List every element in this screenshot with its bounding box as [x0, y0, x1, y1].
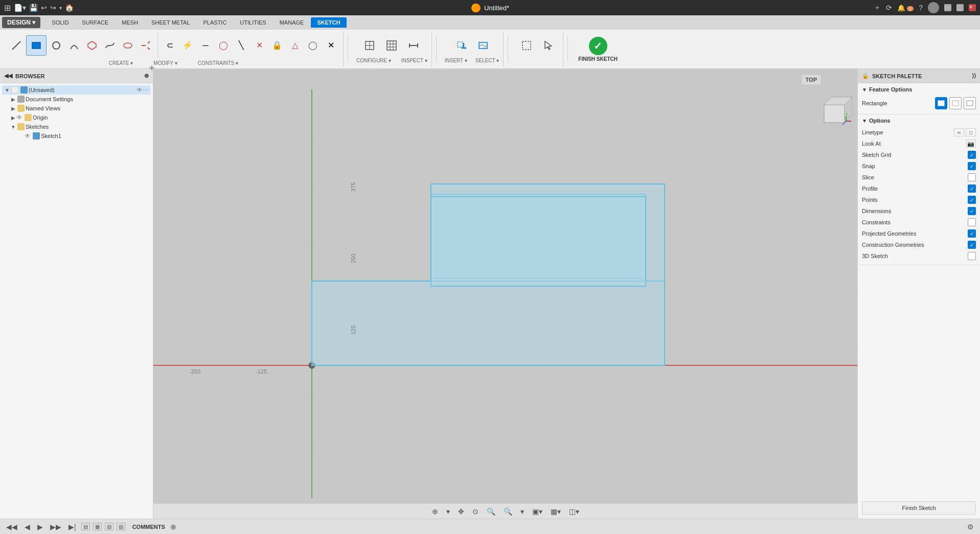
offset-tool-btn[interactable]: ⚡ — [179, 37, 196, 54]
rect-option-center-btn[interactable] — [949, 97, 962, 109]
dimensions-checkbox[interactable] — [968, 207, 976, 215]
construction-geo-checkbox[interactable] — [968, 241, 976, 249]
user-avatar[interactable] — [928, 2, 939, 13]
display-mode-btn[interactable]: ▣▾ — [530, 507, 544, 516]
doc-settings-expand[interactable]: ▶ — [10, 96, 16, 102]
orbit-icon[interactable]: ⊕ — [430, 507, 440, 516]
tab-sketch[interactable]: SKETCH — [311, 17, 346, 28]
polygon-tool-btn[interactable] — [84, 37, 100, 54]
tab-surface[interactable]: SURFACE — [76, 17, 115, 28]
strip-btn[interactable]: ▧ — [105, 523, 113, 530]
lock-btn[interactable]: 🔒 — [269, 37, 285, 54]
play-btn[interactable]: ▶ — [35, 523, 45, 531]
canvas-area[interactable]: 375 250 125 -250 -125 TOP X Y — [153, 69, 857, 519]
prev-frame-btn[interactable]: ◀◀ — [4, 523, 19, 531]
browser-back-icon[interactable]: ◀◀ — [4, 73, 12, 79]
expand-panel-icon[interactable]: ⟩⟩ — [972, 73, 976, 79]
sketch-line-btn[interactable]: ─ — [197, 37, 214, 54]
viewport-label-top[interactable]: TOP — [801, 74, 822, 85]
tab-mesh[interactable]: MESH — [116, 17, 144, 28]
browser-item-origin[interactable]: ▶ 👁 Origin — [2, 113, 151, 122]
add-tab-icon[interactable]: ＋ — [874, 3, 881, 12]
root-eye-icon[interactable]: 👁 — [136, 86, 143, 94]
settings-gear-icon[interactable]: ⚙ — [965, 523, 976, 531]
pan-icon[interactable]: ✥ — [456, 507, 466, 516]
big-circle-btn[interactable]: ◯ — [305, 37, 321, 54]
mark-in-btn[interactable]: ▤ — [81, 523, 90, 530]
save-icon[interactable]: 💾 — [29, 4, 38, 12]
mark-out-btn[interactable]: ▦ — [93, 523, 102, 530]
tab-manage[interactable]: MANAGE — [274, 17, 310, 28]
grid-display-btn[interactable]: ▦▾ — [549, 507, 563, 516]
points-checkbox[interactable] — [968, 196, 976, 204]
snap-checkbox[interactable] — [968, 162, 976, 170]
look-at-btn[interactable]: 📷 — [966, 140, 976, 148]
sketches-expand[interactable]: ▼ — [10, 124, 16, 130]
prev-btn[interactable]: ◀ — [22, 523, 32, 531]
slice-checkbox[interactable] — [968, 173, 976, 181]
browser-item-named-views[interactable]: ▶ Named Views — [2, 104, 151, 113]
ellipse-tool-btn[interactable] — [120, 37, 136, 54]
undo-dropdown-icon[interactable]: ▾ — [59, 5, 62, 11]
zoom-in-icon[interactable]: 🔍 — [485, 507, 497, 516]
point-btn[interactable]: ✕ — [323, 37, 339, 54]
profile-checkbox[interactable] — [968, 184, 976, 193]
configure-table-btn[interactable] — [381, 35, 402, 56]
rectangle-tool-btn[interactable] — [26, 35, 47, 56]
insert-btn1[interactable] — [451, 35, 471, 56]
select-box-btn[interactable] — [516, 35, 537, 56]
sketch-circle-btn2[interactable]: ◯ — [215, 37, 232, 54]
constraints-checkbox[interactable] — [968, 218, 976, 226]
triangle-btn[interactable]: △ — [287, 37, 303, 54]
browser-item-sketch1[interactable]: ▶ 👁 Sketch1 — [2, 131, 151, 141]
arc-tool-btn[interactable] — [66, 37, 82, 54]
feature-options-header[interactable]: ▼ Feature Options — [862, 86, 976, 92]
undo-icon[interactable]: ↩ — [41, 4, 47, 12]
diagonal-line-btn[interactable]: ╲ — [233, 37, 249, 54]
rect-option-3point-btn[interactable] — [964, 97, 976, 109]
configure-btn1[interactable] — [359, 35, 380, 56]
app-grid-icon[interactable]: ⊞ — [4, 3, 11, 13]
configure-measure-btn[interactable] — [403, 35, 424, 56]
zoom-btn[interactable]: ▾ — [518, 507, 526, 516]
linetype-right-btn[interactable]: □ — [966, 128, 976, 136]
tab-utilities[interactable]: UTILITIES — [234, 17, 272, 28]
minimize-btn[interactable]: — — [944, 4, 951, 11]
design-button[interactable]: DESIGN ▾ — [2, 17, 40, 28]
settings-display-btn[interactable]: ◫▾ — [567, 507, 581, 516]
spline-tool-btn[interactable] — [102, 37, 118, 54]
maximize-btn[interactable]: □ — [956, 4, 964, 11]
rect-option-filled-btn[interactable] — [935, 97, 947, 109]
origin-eye-icon[interactable]: 👁 — [16, 114, 22, 121]
next-btn[interactable]: ▶▶ — [48, 523, 63, 531]
finish-sketch-panel-btn[interactable]: Finish Sketch — [862, 501, 976, 515]
zoom-out-icon[interactable]: 🔍 — [502, 507, 514, 516]
browser-item-sketches[interactable]: ▼ Sketches — [2, 122, 151, 131]
view-cube[interactable]: X Y Z — [822, 95, 852, 125]
mirror-tool-btn[interactable]: ⊂ — [162, 37, 178, 54]
cross-btn[interactable]: ✕ — [251, 37, 267, 54]
browser-item-doc-settings[interactable]: ▶ Document Settings — [2, 95, 151, 104]
root-expand-icon[interactable]: ▼ — [4, 87, 10, 93]
3d-sketch-checkbox[interactable] — [968, 252, 976, 260]
animate-btn[interactable]: ▨ — [117, 523, 125, 530]
tab-sheet-metal[interactable]: SHEET METAL — [145, 17, 196, 28]
comments-settings-icon[interactable]: ⊕ — [168, 523, 178, 531]
options-section-header[interactable]: ▼ Options — [862, 118, 976, 124]
redo-icon[interactable]: ↪ — [50, 4, 56, 12]
circle-tool-btn[interactable] — [48, 37, 64, 54]
close-btn[interactable]: ✕ — [969, 4, 976, 11]
linetype-left-btn[interactable]: ‹‹ — [954, 128, 964, 136]
home-icon[interactable]: 🏠 — [65, 4, 74, 12]
finish-sketch-ribbon-btn[interactable]: ✓ FINISH SKETCH — [572, 35, 624, 64]
tab-plastic[interactable]: PLASTIC — [197, 17, 233, 28]
sketch-grid-checkbox[interactable] — [968, 151, 976, 159]
orbit-btn[interactable]: ▾ — [444, 507, 452, 516]
help-icon[interactable]: ? — [919, 4, 923, 12]
projected-geo-checkbox[interactable] — [968, 229, 976, 238]
trim-tool-btn[interactable] — [138, 37, 154, 54]
fit-icon[interactable]: ⊙ — [470, 507, 481, 516]
named-views-expand[interactable]: ▶ — [10, 105, 16, 111]
sync-icon[interactable]: ⟳ — [886, 4, 892, 12]
browser-item-root[interactable]: ▼ (Unsaved) 👁 ⋯ — [2, 85, 151, 95]
